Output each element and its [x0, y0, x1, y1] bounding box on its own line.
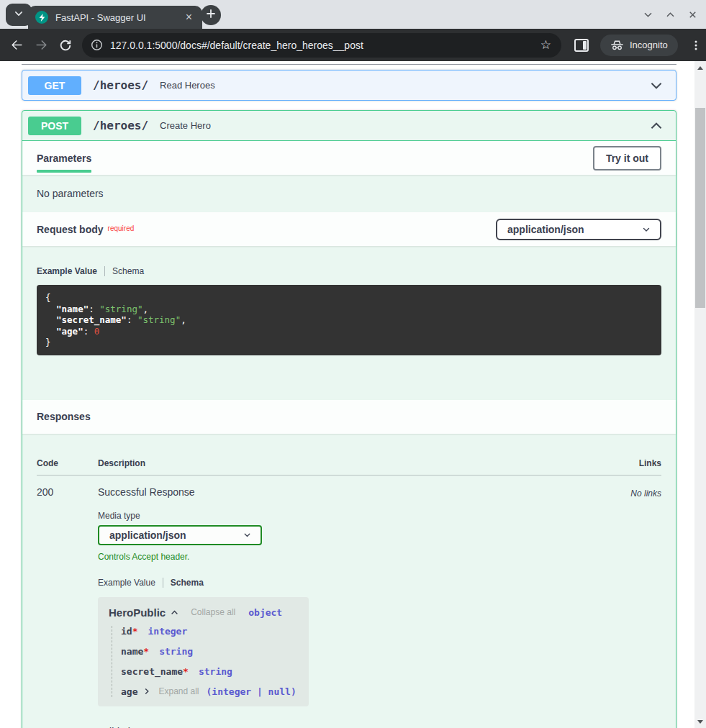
model-schema-box: HeroPublic Collapse all object id* [98, 597, 309, 706]
incognito-badge: Incognito [600, 35, 678, 56]
scrollbar-thumb[interactable] [695, 108, 705, 308]
responses-header: Responses [22, 400, 676, 434]
request-body-header: Request body required application/json [22, 212, 676, 246]
collapse-chevron-up-icon[interactable] [648, 118, 664, 134]
tag-section-divider [22, 64, 676, 65]
post-path: /heroes/ [93, 119, 148, 132]
property-row-age: age Expand all (integer | null) [121, 686, 298, 697]
collapse-all-link[interactable]: Collapse all [191, 607, 235, 617]
property-type: string [159, 646, 193, 657]
plus-icon [206, 9, 216, 22]
side-panel-icon [583, 41, 587, 50]
expand-all-link[interactable]: Expand all [158, 686, 199, 696]
tab-close-icon[interactable]: × [183, 12, 195, 23]
expand-chevron-down-icon[interactable] [648, 78, 664, 94]
window-minimize-icon[interactable] [640, 6, 656, 22]
active-tab-underline [37, 170, 91, 173]
property-row-name: name* string [121, 646, 298, 657]
controls-accept-note: Controls Accept header. [98, 552, 604, 562]
address-bar[interactable]: 127.0.0.1:5000/docs#/default/create_hero… [82, 33, 561, 58]
request-body-section: Example Value Schema { "name": "string",… [22, 246, 676, 400]
select-chevron-icon [243, 530, 252, 540]
scrollbar-down-arrow[interactable] [694, 716, 706, 727]
property-name: age [121, 686, 137, 697]
response-media-type-value: application/json [109, 529, 186, 541]
opblock-summary-post[interactable]: POST /heroes/ Create Hero [22, 111, 676, 141]
incognito-icon [610, 39, 624, 51]
responses-table-header: Code Description Links [37, 458, 661, 476]
reload-button[interactable] [53, 33, 78, 58]
response-200-links: No links [604, 486, 661, 706]
tab-divider [163, 578, 163, 588]
response-media-type-select[interactable]: application/json [98, 525, 262, 545]
responses-table: Code Description Links 200 Successful Re… [22, 434, 676, 728]
scrollbar-up-arrow[interactable] [694, 63, 706, 73]
response-200-description: Successful Response [98, 486, 604, 498]
response-200-tabs: Example Value Schema [98, 578, 604, 588]
required-star: * [132, 626, 138, 637]
page-scrollbar[interactable] [694, 61, 706, 728]
opblock-post-heroes: POST /heroes/ Create Hero Parameters Try… [22, 110, 676, 728]
col-code: Code [37, 458, 98, 468]
get-summary-text: Read Heroes [160, 80, 215, 91]
try-it-out-button[interactable]: Try it out [593, 146, 661, 170]
bookmark-star-icon[interactable]: ☆ [539, 37, 553, 53]
model-name: HeroPublic [109, 606, 166, 619]
response-code-200: 200 [37, 486, 98, 706]
parameters-header: Parameters Try it out [22, 141, 676, 175]
swagger-page: GET /heroes/ Read Heroes POST /heroes/ C… [0, 61, 694, 728]
kebab-menu-icon [690, 40, 702, 51]
post-summary-text: Create Hero [160, 120, 211, 131]
tab-schema[interactable]: Schema [112, 266, 144, 276]
model-type: object [248, 607, 282, 618]
property-type: (integer | null) [207, 686, 297, 697]
col-description: Description [98, 458, 604, 468]
property-name: name [121, 646, 143, 657]
incognito-label: Incognito [630, 40, 668, 50]
get-method-badge: GET [28, 76, 81, 95]
property-type: string [199, 666, 232, 677]
browser-window: FastAPI - Swagger UI × 127.0.0.1:5000/do… [0, 0, 706, 728]
opblock-summary-get[interactable]: GET /heroes/ Read Heroes [22, 70, 676, 100]
side-panel-button[interactable] [574, 39, 589, 52]
forward-arrow-icon [35, 38, 48, 52]
opblock-get-heroes: GET /heroes/ Read Heroes [22, 70, 676, 101]
reload-icon [59, 39, 72, 52]
model-properties: id* integer name* string secret_name* [112, 626, 298, 697]
request-body-example-code: { "name": "string","secret_name": "strin… [37, 285, 661, 355]
request-media-type-value: application/json [507, 224, 584, 235]
tab-example-value[interactable]: Example Value [37, 266, 97, 276]
request-body-tabs: Example Value Schema [37, 266, 661, 276]
request-body-media-type-select[interactable]: application/json [496, 219, 661, 240]
url-text: 127.0.0.1:5000/docs#/default/create_hero… [110, 40, 539, 51]
window-close-icon[interactable] [684, 6, 700, 22]
tab-schema[interactable]: Schema [171, 578, 204, 588]
back-button[interactable] [4, 33, 29, 58]
get-path: /heroes/ [93, 78, 148, 92]
model-toggle[interactable]: HeroPublic [109, 606, 179, 619]
property-type: integer [148, 626, 187, 637]
browser-tab-fastapi[interactable]: FastAPI - Swagger UI × [28, 6, 202, 29]
response-row-200: 200 Successful Response Media type appli… [37, 476, 661, 706]
property-name: id [121, 626, 132, 637]
property-row-id: id* integer [121, 626, 298, 637]
browser-toolbar: 127.0.0.1:5000/docs#/default/create_hero… [0, 29, 706, 61]
col-links: Links [604, 458, 661, 468]
site-info-icon[interactable] [91, 39, 103, 51]
required-label: required [108, 224, 135, 232]
tab-title: FastAPI - Swagger UI [55, 12, 183, 23]
post-method-badge: POST [28, 117, 81, 135]
property-expand-chevron-icon[interactable] [142, 687, 151, 696]
property-row-secret-name: secret_name* string [121, 666, 298, 677]
property-name: secret_name [121, 666, 183, 677]
browser-menu-button[interactable] [687, 35, 706, 56]
forward-button[interactable] [29, 33, 53, 58]
response-row-422: 422 Validation Error No links [37, 715, 661, 728]
required-star: * [183, 666, 189, 677]
window-controls [640, 6, 700, 22]
new-tab-button[interactable] [201, 5, 221, 25]
no-parameters-text: No parameters [22, 175, 676, 212]
parameters-tab: Parameters [37, 144, 91, 173]
window-maximize-icon[interactable] [662, 6, 678, 22]
tab-example-value[interactable]: Example Value [98, 578, 155, 588]
